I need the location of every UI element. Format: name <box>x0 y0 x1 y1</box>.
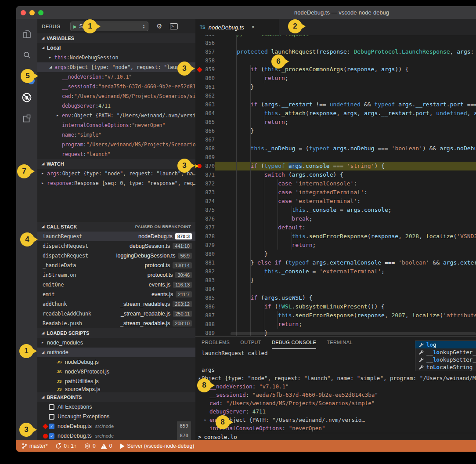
code-line-886[interactable]: 886if (!WSL.subsystemLinuxPresent()) { <box>195 302 476 311</box>
breakpoint-checkbox[interactable] <box>49 414 54 420</box>
maximize-window-button[interactable] <box>38 10 43 15</box>
code-line-887[interactable]: 887this.sendErrorResponse(response, 2007… <box>195 311 476 320</box>
open-repl-icon[interactable]: > <box>170 23 178 29</box>
configure-gear-icon[interactable]: ⚙ <box>156 22 162 30</box>
search-icon[interactable] <box>16 45 37 66</box>
launch-config-dropdown[interactable]: ▶ Server ▲▼ <box>70 22 148 31</box>
variable-row-debugserver[interactable]: debugServer: 4711 <box>37 101 195 111</box>
code-line-871[interactable]: 871switch (args.console) { <box>195 170 476 179</box>
code-line-879[interactable]: 879return; <box>195 241 476 250</box>
section-header-loaded-scripts[interactable]: ◢LOADED SCRIPTS <box>37 328 195 338</box>
variable-row-__nodeversion[interactable]: __nodeVersion: "v7.10.1" <box>37 72 195 82</box>
console-object-header[interactable]: ◢Object {type: "node", request: "launch"… <box>195 374 476 382</box>
code-line-883[interactable]: 883} <box>195 276 476 285</box>
extensions-icon[interactable] <box>16 108 37 129</box>
variable-row-local[interactable]: ◢Local <box>37 43 195 53</box>
code-line-861[interactable]: 861} <box>195 83 476 91</box>
code-line-873[interactable]: 873case 'integratedTerminal': <box>195 188 476 197</box>
debug-target-item[interactable]: Server (vscode-node-debug) <box>120 443 194 449</box>
code-line-855[interactable]: 855//---- launch request <box>195 35 476 39</box>
loaded-script-pathutilities-js[interactable]: JSpathUtilities.js <box>37 377 195 386</box>
code-line-862[interactable]: 862 <box>195 91 476 100</box>
debug-icon[interactable] <box>16 87 37 108</box>
code-line-865[interactable]: 865return; <box>195 118 476 127</box>
code-line-857[interactable]: 857protected launchRequest(response: Deb… <box>195 47 476 56</box>
console-prop-debugserver[interactable]: debugServer: 4711 <box>195 407 476 416</box>
stack-frame-_handledata[interactable]: _handleDataprotocol.ts130:14 <box>37 261 195 270</box>
code-editor[interactable]: 855//---- launch request856857protected … <box>195 35 476 336</box>
console-prop-__sessionid[interactable]: __sessionId: "aeda75fb-637d-4660-9b2e-ee… <box>195 391 476 399</box>
console-prop-cwd[interactable]: cwd: "/Users/weinand/MS/Projects/Scenari… <box>195 399 476 407</box>
code-line-888[interactable]: 888return; <box>195 320 476 329</box>
code-line-870[interactable]: 870if (typeof args.console === 'string')… <box>195 162 476 170</box>
section-header-call-stack[interactable]: ◢CALL STACKPAUSED ON BREAKPOINT <box>37 222 195 232</box>
breakpoint-checkbox[interactable]: ✓ <box>49 433 54 439</box>
variable-row-request[interactable]: request: "launch" <box>37 149 195 159</box>
stack-frame-readableaddchunk[interactable]: readableAddChunk_stream_readable.js250:1… <box>37 309 195 319</box>
breakpoint-row-uncaught-exceptions[interactable]: Uncaught Exceptions <box>37 412 195 421</box>
variable-row-cwd[interactable]: cwd: "/Users/weinand/MS/Projects/Scenari… <box>37 91 195 101</box>
console-prop-internalconsoleoptions[interactable]: internalConsoleOptions: "neverOpen" <box>195 424 476 432</box>
panel-tab-debug-console[interactable]: DEBUG CONSOLE <box>272 337 316 349</box>
loaded-script-nodedebug-js[interactable]: JSnodeDebug.js <box>37 357 195 367</box>
breakpoint-row-nodedebug-ts[interactable]: ✓nodeDebug.tssrc/node859 <box>37 421 195 431</box>
minimize-window-button[interactable] <box>29 10 35 15</box>
loaded-script-sourcemaps-js[interactable]: JSsourceMaps.js <box>37 386 195 392</box>
debug-console-input[interactable]: > console.lo <box>195 433 476 440</box>
code-line-863[interactable]: 863if (args.__restart !== undefined && t… <box>195 100 476 109</box>
close-tab-icon[interactable]: × <box>252 24 255 30</box>
stack-frame-emit[interactable]: emitevents.js211:7 <box>37 290 195 299</box>
stack-frame-dispatchrequest[interactable]: dispatchRequestloggingDebugSession.ts56:… <box>37 251 195 261</box>
code-line-860[interactable]: 860return; <box>195 74 476 83</box>
variable-row-internalconsoleoptions[interactable]: internalConsoleOptions: "neverOpen" <box>37 120 195 130</box>
code-line-884[interactable]: 884 <box>195 285 476 294</box>
stack-frame-readable.push[interactable]: Readable.push_stream_readable.js208:10 <box>37 319 195 328</box>
breakpoint-row-all-exceptions[interactable]: All Exceptions <box>37 402 195 412</box>
breakpoint-checkbox[interactable]: ✓ <box>49 424 54 429</box>
tab-nodedebug-ts[interactable]: TS nodeDebug.ts × <box>195 19 279 35</box>
variable-row-program[interactable]: program: "/Users/weinand/MS/Projects/Sce… <box>37 140 195 149</box>
code-line-872[interactable]: 872case 'internalConsole': <box>195 179 476 188</box>
variable-row-__sessionid[interactable]: __sessionId: "aeda75fb-637d-4660-9b2e-ee… <box>37 82 195 91</box>
code-line-882[interactable]: 882this._console = 'externalTerminal'; <box>195 267 476 276</box>
variable-row-args[interactable]: ▸args: Object {type: "node", request: "l… <box>37 169 195 178</box>
loaded-script-out-node[interactable]: ◢out/node <box>37 348 195 357</box>
section-header-watch[interactable]: ◢WATCH <box>37 159 195 169</box>
panel-tab-problems[interactable]: PROBLEMS <box>202 337 230 349</box>
loaded-script-nodev8protocol-js[interactable]: JSnodeV8Protocol.js <box>37 367 195 377</box>
loaded-script-node-modules[interactable]: ▸node_modules <box>37 338 195 348</box>
start-debug-icon[interactable]: ▶ <box>73 24 77 29</box>
explorer-icon[interactable] <box>16 24 37 45</box>
suggestion-tolocalestring[interactable]: toLocaleString <box>415 363 476 371</box>
variable-row-name[interactable]: name: "simple" <box>37 130 195 140</box>
variable-row-args[interactable]: ◢args: Object {type: "node", request: "l… <box>37 62 195 72</box>
code-line-856[interactable]: 856 <box>195 39 476 47</box>
console-prop-env[interactable]: ▸env: Object {PATH: "/Users/weinand/.nvm… <box>195 416 476 424</box>
suggestion-log[interactable]: log <box>415 341 476 348</box>
code-line-881[interactable]: 881} else if (typeof args.externalConsol… <box>195 258 476 267</box>
code-line-874[interactable]: 874case 'externalTerminal': <box>195 197 476 206</box>
section-header-variables[interactable]: ◢VARIABLES <box>37 33 195 43</box>
variable-row-this[interactable]: ▸this: NodeDebugSession <box>37 53 195 62</box>
sync-item[interactable]: 0↓ 1↑ <box>55 443 76 449</box>
stack-frame-launchrequest[interactable]: launchRequestnodeDebug.ts870:3 <box>37 232 195 241</box>
problems-item[interactable]: 0 0 <box>84 443 112 449</box>
panel-tab-output[interactable]: OUTPUT <box>240 337 261 349</box>
git-branch-item[interactable]: master* <box>22 443 47 449</box>
window-controls[interactable] <box>21 10 43 15</box>
stack-frame-emitone[interactable]: emitOneevents.js116:13 <box>37 280 195 290</box>
code-line-867[interactable]: 867 <box>195 135 476 144</box>
panel-tab-terminal[interactable]: TERMINAL <box>327 337 353 349</box>
code-line-866[interactable]: 866} <box>195 127 476 135</box>
code-line-875[interactable]: 875this._console = args.console; <box>195 206 476 214</box>
variable-row-env[interactable]: ▸env: Object {PATH: "/Users/weinand/.nvm… <box>37 111 195 120</box>
variable-row-response[interactable]: ▸response: Response {seq: 0, type: "resp… <box>37 178 195 188</box>
breakpoint-checkbox[interactable] <box>49 404 54 410</box>
breakpoint-row-nodedebug-ts[interactable]: ✓nodeDebug.tssrc/node870 <box>37 431 195 440</box>
code-line-864[interactable]: 864this._attach(response, args, args.__r… <box>195 109 476 118</box>
close-window-button[interactable] <box>21 10 26 15</box>
code-line-858[interactable]: 858 <box>195 56 476 65</box>
section-header-breakpoints[interactable]: ◢BREAKPOINTS <box>37 392 195 402</box>
code-line-878[interactable]: 878this.sendErrorResponse(response, 2028… <box>195 232 476 241</box>
suggestion-lookupsetter[interactable]: __lookupSetter__ <box>415 356 476 363</box>
